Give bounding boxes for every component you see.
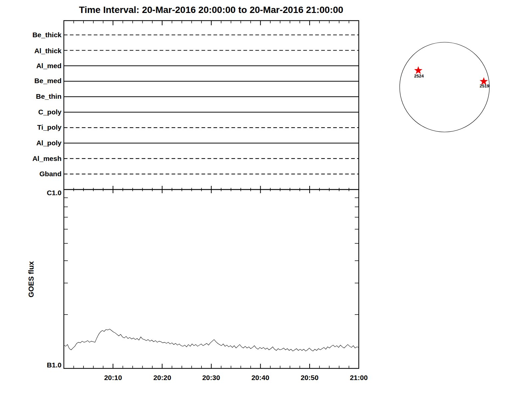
- filter-label-be-thin: Be_thin: [36, 92, 62, 101]
- filter-label-al-poly: Al_poly: [36, 139, 62, 147]
- filter-label-al-thick: Al_thick: [34, 47, 62, 55]
- x-tick-label-2040: 20:40: [240, 373, 280, 382]
- active-region-label-2519: 2519: [474, 84, 494, 88]
- filter-label-c-poly: C_poly: [38, 108, 62, 116]
- filter-label-be-thick: Be_thick: [32, 31, 62, 39]
- x-tick-label-2100: 21:00: [339, 373, 379, 382]
- goes-panel-border: [64, 190, 359, 368]
- filter-label-al-mesh: Al_mesh: [32, 154, 62, 163]
- x-tick-label-2050: 20:50: [290, 373, 330, 382]
- xrt-filter-panel-border: [64, 21, 359, 190]
- filter-label-al-med: Al_med: [36, 62, 62, 70]
- goes-y-axis-label: GOES flux: [27, 243, 36, 316]
- filter-label-gband: Gband: [40, 170, 62, 178]
- screenshot-root: Time Interval: 20-Mar-2016 20:00:00 to 2…: [0, 0, 532, 399]
- filter-label-ti-poly: Ti_poly: [37, 123, 62, 132]
- goes-ymin-tick-label: B1.0: [47, 361, 62, 369]
- active-region-star-2524: [414, 66, 423, 74]
- active-region-label-2524: 2524: [409, 74, 429, 78]
- plot-canvas: [0, 0, 532, 399]
- x-tick-label-2030: 20:30: [191, 373, 231, 382]
- goes-ymax-tick-label: C1.0: [47, 189, 62, 197]
- chart-title: Time Interval: 20-Mar-2016 20:00:00 to 2…: [45, 5, 377, 15]
- filter-label-be-med: Be_med: [34, 76, 62, 85]
- goes-flux-curve: [64, 329, 359, 351]
- x-tick-label-2020: 20:20: [142, 373, 182, 382]
- x-tick-label-2010: 20:10: [93, 373, 133, 382]
